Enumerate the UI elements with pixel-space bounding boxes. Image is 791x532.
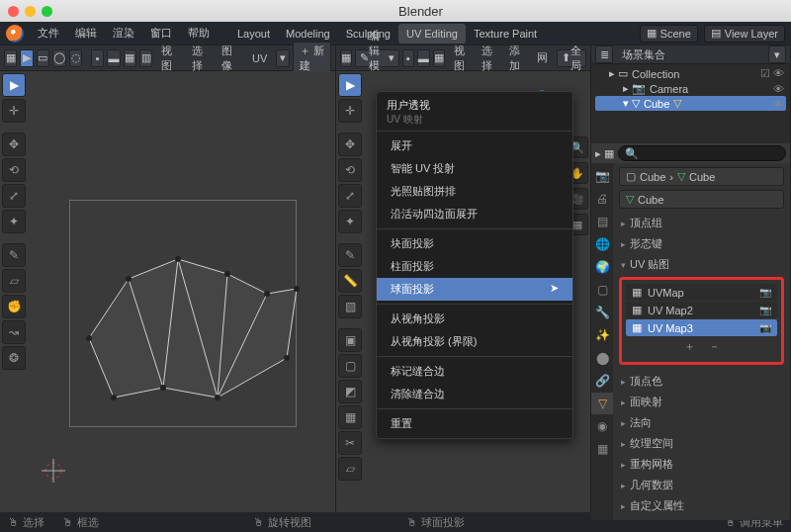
vtool-select[interactable]: ▶ bbox=[338, 73, 362, 97]
ptab-data[interactable]: ▽ bbox=[591, 393, 613, 414]
tool-pinch[interactable]: ❂ bbox=[2, 346, 26, 370]
uvmap-row-1[interactable]: ▦UVMap📷 bbox=[626, 284, 777, 301]
search-input[interactable]: 🔍 bbox=[618, 145, 786, 161]
ctx-lightmap[interactable]: 光照贴图拼排 bbox=[377, 180, 572, 203]
uvmap-row-3[interactable]: ▦UV Map3📷 bbox=[626, 319, 777, 336]
mesh-datablock-selector[interactable]: ▽ Cube bbox=[619, 190, 784, 209]
vtool-polybuild[interactable]: ▱ bbox=[338, 457, 362, 481]
ptab-render[interactable]: 📷 bbox=[591, 165, 613, 187]
circle-select-icon[interactable]: ◯ bbox=[52, 49, 66, 67]
props-breadcrumb[interactable]: ▢Cube › ▽Cube bbox=[619, 167, 784, 186]
vtool-measure[interactable]: 📏 bbox=[338, 269, 362, 293]
uv-menu-uv[interactable]: UV bbox=[246, 52, 273, 64]
ctx-reset[interactable]: 重置 bbox=[377, 412, 572, 435]
ctx-clear-seam[interactable]: 清除缝合边 bbox=[377, 383, 572, 405]
tool-scale[interactable]: ⤢ bbox=[2, 184, 26, 208]
vtool-cursor[interactable]: ✛ bbox=[338, 99, 362, 123]
viewlayer-selector[interactable]: ▤ View Layer bbox=[704, 25, 785, 43]
close-window-button[interactable] bbox=[8, 6, 19, 17]
ptab-world[interactable]: 🌍 bbox=[591, 256, 613, 278]
vp-menu-view[interactable]: 视图 bbox=[448, 44, 473, 73]
ptab-physics[interactable]: ⬤ bbox=[591, 347, 613, 369]
uvmap-remove-button[interactable]: － bbox=[709, 339, 720, 354]
vp-menu-select[interactable]: 选择 bbox=[476, 44, 500, 73]
ptab-particles[interactable]: ✨ bbox=[591, 324, 613, 346]
ptab-modifier[interactable]: 🔧 bbox=[591, 302, 613, 323]
ptab-texture[interactable]: ▦ bbox=[591, 438, 613, 460]
vtool-transform[interactable]: ✦ bbox=[338, 210, 362, 233]
tab-texture-paint[interactable]: Texture Paint bbox=[466, 24, 545, 44]
tool-rip[interactable]: ▱ bbox=[2, 269, 26, 293]
search-toggle-icon[interactable]: ▸ ▦ bbox=[595, 147, 614, 160]
uvmap-render-icon-3[interactable]: 📷 bbox=[759, 322, 771, 333]
editor-type-3d-button[interactable]: ▦ bbox=[340, 49, 352, 67]
tab-layout[interactable]: Layout bbox=[229, 24, 278, 44]
section-vertexcolors[interactable]: ▸顶点色 bbox=[619, 371, 784, 392]
ctx-follow-quads[interactable]: 沿活动四边面展开 bbox=[377, 203, 572, 225]
ctx-project-view-bounds[interactable]: 从视角投影 (界限) bbox=[377, 330, 572, 353]
vert-mode-icon[interactable]: ▪ bbox=[402, 49, 414, 67]
vtool-move[interactable]: ✥ bbox=[338, 133, 362, 156]
vtool-bevel[interactable]: ◩ bbox=[338, 380, 362, 403]
uv-island-icon[interactable]: ▥ bbox=[139, 49, 152, 67]
uvmap-active-render-icon[interactable]: 📷 bbox=[759, 287, 771, 298]
visibility-toggle[interactable]: ☑ 👁 bbox=[760, 67, 784, 80]
uv-menu-image[interactable]: 图像 bbox=[216, 44, 243, 73]
tool-grab[interactable]: ✊ bbox=[2, 295, 26, 318]
uv-vertex-icon[interactable]: ▪ bbox=[91, 49, 104, 67]
vtool-annotate[interactable]: ✎ bbox=[338, 243, 362, 267]
uv-menu-view[interactable]: 视图 bbox=[155, 44, 183, 73]
ptab-viewlayer[interactable]: ▤ bbox=[591, 211, 613, 232]
tab-uv-editing[interactable]: UV Editing bbox=[398, 24, 466, 44]
section-vertexgroups[interactable]: ▸顶点组 bbox=[619, 213, 784, 233]
section-normals[interactable]: ▸法向 bbox=[619, 412, 784, 433]
face-mode-icon[interactable]: ▦ bbox=[433, 49, 445, 67]
select-tool-icon[interactable]: ▶ bbox=[20, 49, 33, 67]
uvmap-row-2[interactable]: ▦UV Map2📷 bbox=[626, 302, 777, 318]
editor-type-button[interactable]: ▦ bbox=[4, 49, 17, 67]
ptab-material[interactable]: ◉ bbox=[591, 415, 613, 437]
cube-visibility-toggle[interactable]: 👁 bbox=[773, 98, 784, 110]
vtool-rotate[interactable]: ⟲ bbox=[338, 158, 362, 182]
outliner-type-icon[interactable]: ≣ bbox=[595, 45, 613, 63]
tool-transform[interactable]: ✦ bbox=[2, 210, 26, 233]
new-image-button[interactable]: ＋ 新建 bbox=[293, 42, 331, 75]
vtool-extrude[interactable]: ▣ bbox=[338, 328, 362, 352]
ptab-output[interactable]: 🖨 bbox=[591, 188, 613, 210]
outliner-item-camera[interactable]: ▸ 📷 Camera 👁 bbox=[595, 81, 786, 96]
edge-mode-icon[interactable]: ▬ bbox=[417, 49, 430, 67]
ctx-sphere-proj[interactable]: 球面投影➤ bbox=[377, 278, 572, 301]
minimize-window-button[interactable] bbox=[25, 6, 36, 17]
ctx-unwrap[interactable]: 展开 bbox=[377, 134, 572, 157]
outliner[interactable]: ▸ ▭ Collection ☑ 👁 ▸ 📷 Camera 👁 ▾ ▽ Cube… bbox=[591, 64, 790, 143]
section-texspace[interactable]: ▸纹理空间 bbox=[619, 433, 784, 454]
section-geodata[interactable]: ▸几何数据 bbox=[619, 475, 784, 495]
tool-select[interactable]: ▶ bbox=[2, 73, 26, 97]
uvmap-add-button[interactable]: ＋ bbox=[684, 339, 695, 354]
vtool-loopcut[interactable]: ▦ bbox=[338, 405, 362, 429]
blender-logo-icon[interactable] bbox=[6, 25, 24, 43]
section-shapekeys[interactable]: ▸形态键 bbox=[619, 233, 784, 254]
ptab-constraints[interactable]: 🔗 bbox=[591, 370, 613, 392]
vp-menu-add[interactable]: 添加 bbox=[503, 44, 528, 73]
outliner-collection[interactable]: ▸ ▭ Collection ☑ 👁 bbox=[595, 66, 786, 81]
image-link-icon[interactable]: ▾ bbox=[276, 49, 289, 67]
mode-select-button[interactable]: ✎ 编辑模式 ▾ bbox=[355, 49, 399, 67]
filter-button[interactable]: ▾ bbox=[768, 45, 786, 63]
ptab-object[interactable]: ▢ bbox=[591, 279, 613, 301]
scene-selector[interactable]: ▦ Scene bbox=[640, 25, 698, 43]
section-uvmaps[interactable]: ▾UV 贴图 bbox=[619, 254, 784, 275]
ctx-mark-seam[interactable]: 标记缝合边 bbox=[377, 360, 572, 383]
uv-face-icon[interactable]: ▦ bbox=[124, 49, 136, 67]
section-remesh[interactable]: ▸重构网格 bbox=[619, 454, 784, 475]
box-select-icon[interactable]: ▭ bbox=[37, 49, 49, 67]
menu-window[interactable]: 窗口 bbox=[142, 22, 180, 44]
section-customprops[interactable]: ▸自定义属性 bbox=[619, 495, 784, 516]
camera-visibility-toggle[interactable]: 👁 bbox=[773, 83, 784, 95]
vtool-addcube[interactable]: ▧ bbox=[338, 295, 362, 318]
vp-menu-mesh[interactable]: 网 bbox=[531, 50, 554, 65]
tool-annotate[interactable]: ✎ bbox=[2, 243, 26, 267]
vtool-knife[interactable]: ✂ bbox=[338, 431, 362, 455]
ptab-scene[interactable]: 🌐 bbox=[591, 233, 613, 255]
vtool-inset[interactable]: ▢ bbox=[338, 354, 362, 378]
